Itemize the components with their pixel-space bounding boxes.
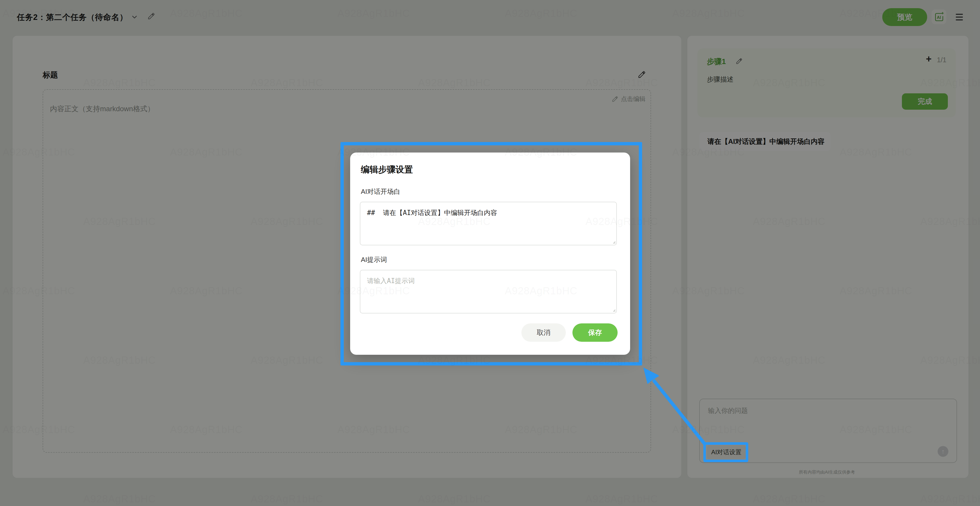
opening-line-label: AI对话开场白 — [361, 187, 401, 196]
modal-title: 编辑步骤设置 — [361, 164, 413, 176]
cancel-button[interactable]: 取消 — [522, 324, 566, 342]
ai-prompt-textarea[interactable] — [360, 270, 617, 313]
opening-line-textarea[interactable]: ## 请在【AI对话设置】中编辑开场白内容 — [360, 202, 617, 245]
edit-step-settings-modal: 编辑步骤设置 AI对话开场白 ## 请在【AI对话设置】中编辑开场白内容 AI提… — [350, 152, 630, 355]
save-button[interactable]: 保存 — [573, 324, 617, 342]
ai-prompt-label: AI提示词 — [361, 255, 387, 264]
app-window: 任务2：第二个任务（待命名） 预览 AI 标题 内容正文（支持markdown格… — [0, 0, 980, 506]
